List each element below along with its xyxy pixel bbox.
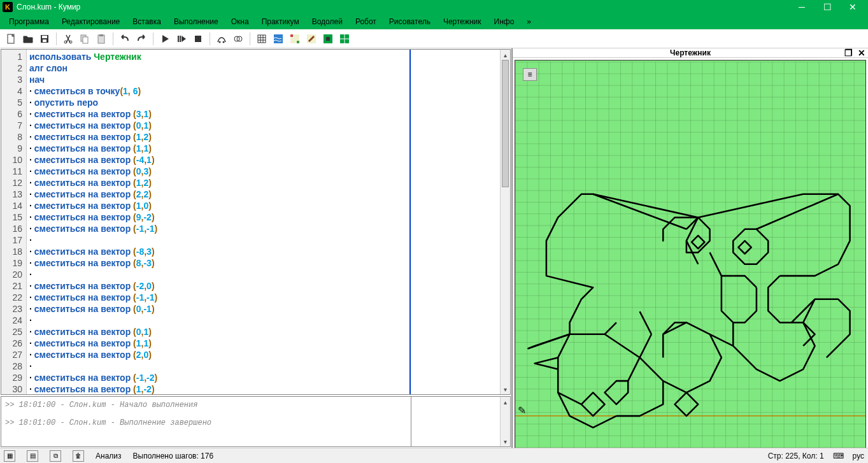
redo-button[interactable] [134,31,149,46]
actor-2-button[interactable] [231,31,246,46]
menu-»[interactable]: » [520,15,537,28]
svg-rect-9 [99,34,103,36]
save-file-button[interactable] [37,31,52,46]
scroll-up-icon[interactable]: ▴ [501,50,510,60]
svg-rect-2 [42,36,47,38]
console-scrollbar[interactable]: ▴ ▾ [500,397,510,446]
menu-окна[interactable]: Окна [225,15,255,28]
svg-rect-25 [297,41,299,43]
canvas-menu-button[interactable]: ≡ [523,68,537,81]
status-analysis: Анализ [96,452,122,460]
run-button[interactable] [157,31,173,46]
svg-rect-10 [178,36,179,42]
copy-button[interactable] [77,31,92,46]
app-logo-icon: K [3,2,13,12]
window-title: Слон.kum - Кумир [17,3,80,11]
pencil-icon: ✎ [518,404,526,417]
svg-rect-24 [290,34,293,37]
panel-close-icon[interactable]: ✕ [858,48,865,58]
keyboard-icon: ⌨ [833,452,844,460]
menu-практикум[interactable]: Практикум [255,15,306,28]
console-side [411,397,500,446]
grid-svg [515,61,865,448]
scroll-up-icon[interactable]: ▴ [501,397,510,407]
code-text[interactable]: использовать Чертежникалг слоннач· смест… [27,50,411,394]
toolbar [0,29,868,48]
maximize-button[interactable]: ☐ [815,0,840,14]
status-position: Стр: 225, Кол: 1 [768,452,824,460]
menubar: ПрограммаРедактированиеВставкаВыполнение… [0,14,868,29]
status-steps: Выполнено шагов: 176 [133,452,214,460]
close-button[interactable]: ✕ [840,0,865,14]
svg-rect-12 [195,36,201,42]
status-icon-2[interactable]: ▤ [27,450,38,462]
new-file-button[interactable] [4,31,19,46]
line-gutter: 1234567891011121314151617181920212223242… [1,50,27,394]
grid-button[interactable] [254,31,269,46]
actor-1-button[interactable] [214,31,229,46]
draw-button[interactable] [337,31,352,46]
drawing-canvas[interactable]: ≡ [515,60,866,448]
scroll-down-icon[interactable]: ▾ [501,384,510,394]
robot-button[interactable] [320,31,336,46]
brush-button[interactable] [304,31,319,46]
svg-rect-11 [180,36,181,42]
menu-программа[interactable]: Программа [3,15,55,28]
svg-point-13 [219,41,221,43]
svg-rect-28 [326,37,330,41]
output-console: >> 18:01:00 - Слон.kum - Начало выполнен… [1,396,511,447]
menu-водолей[interactable]: Водолей [306,15,349,28]
status-lang: рус [853,452,864,460]
console-log[interactable]: >> 18:01:00 - Слон.kum - Начало выполнен… [1,397,411,446]
svg-rect-17 [258,35,266,43]
status-icon-3[interactable]: ⧉ [50,450,61,462]
menu-чертежник[interactable]: Чертежник [437,15,488,28]
editor-scrollbar[interactable]: ▴ ▾ [500,50,510,394]
panel-title-text: Чертежник [670,48,711,57]
minimize-button[interactable]: ─ [789,0,815,14]
menu-редактирование[interactable]: Редактирование [55,15,126,28]
svg-rect-7 [83,37,88,43]
drawer-panel-title: Чертежник ❐ ✕ [513,48,868,58]
svg-point-14 [223,41,225,43]
paint-button[interactable] [287,31,302,46]
stop-button[interactable] [190,31,206,46]
panel-maximize-icon[interactable]: ❐ [844,48,853,58]
water-button[interactable] [271,31,286,46]
paste-button[interactable] [94,31,109,46]
svg-rect-3 [43,39,46,42]
status-icon-4[interactable]: 🗑 [73,450,84,462]
titlebar: K Слон.kum - Кумир ─ ☐ ✕ [0,0,868,14]
statusbar: ▦ ▤ ⧉ 🗑 Анализ Выполнено шагов: 176 Стр:… [0,448,868,463]
status-icon-1[interactable]: ▦ [4,450,15,462]
menu-инфо[interactable]: Инфо [488,15,521,28]
undo-button[interactable] [117,31,132,46]
editor-margin [411,50,500,394]
scroll-thumb[interactable] [502,60,509,187]
menu-робот[interactable]: Робот [349,15,383,28]
menu-вставка[interactable]: Вставка [126,15,167,28]
menu-рисователь[interactable]: Рисователь [383,15,437,28]
open-file-button[interactable] [20,31,36,46]
scroll-down-icon[interactable]: ▾ [501,436,510,446]
cut-button[interactable] [60,31,76,46]
code-editor[interactable]: 1234567891011121314151617181920212223242… [1,49,511,395]
step-button[interactable] [174,31,189,46]
menu-выполнение[interactable]: Выполнение [167,15,225,28]
